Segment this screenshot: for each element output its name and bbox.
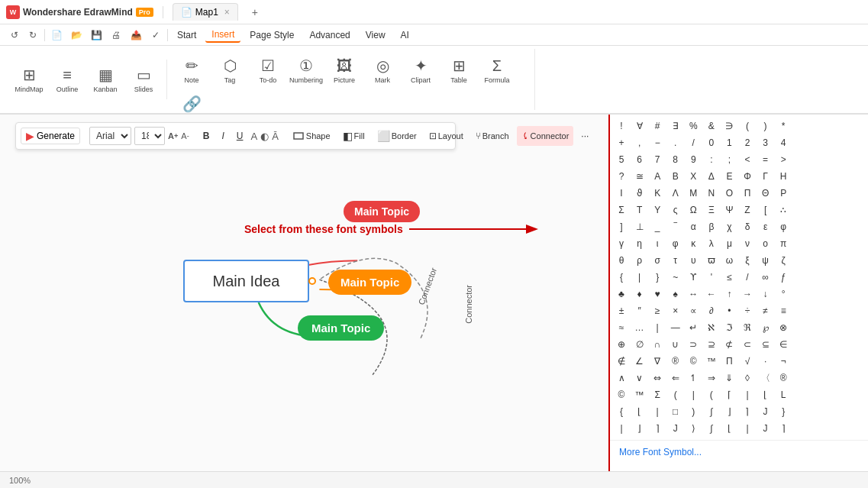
symbol-cell[interactable]: ζ: [775, 252, 792, 269]
symbol-cell[interactable]: ƒ: [775, 269, 792, 286]
symbol-cell[interactable]: ∇: [649, 353, 666, 370]
symbol-cell[interactable]: Γ: [757, 168, 774, 185]
symbol-cell[interactable]: ∩: [649, 336, 666, 353]
symbol-cell[interactable]: Α: [649, 168, 666, 185]
symbol-cell[interactable]: ⊗: [775, 319, 792, 336]
main-idea-box[interactable]: Main Idea: [183, 260, 309, 302]
symbol-cell[interactable]: ℵ: [703, 319, 720, 336]
size-up-button[interactable]: A+: [168, 127, 178, 145]
symbol-cell[interactable]: ⊕: [613, 336, 630, 353]
symbol-cell[interactable]: ≠: [757, 302, 774, 319]
symbol-cell[interactable]: ∪: [667, 336, 684, 353]
symbol-cell[interactable]: ⌋: [721, 403, 737, 420]
symbol-cell[interactable]: ∠: [631, 353, 648, 370]
symbol-cell[interactable]: α: [685, 218, 702, 235]
symbol-cell[interactable]: ∴: [775, 202, 792, 218]
symbol-cell[interactable]: ⌊: [757, 386, 774, 403]
symbol-cell[interactable]: φ: [775, 218, 792, 235]
symbol-cell[interactable]: =: [757, 151, 774, 168]
symbol-cell[interactable]: 0: [703, 134, 720, 151]
symbol-cell[interactable]: σ: [649, 252, 666, 269]
symbol-cell[interactable]: ®: [667, 353, 684, 370]
symbol-cell[interactable]: J: [757, 420, 774, 437]
symbol-cell[interactable]: |: [649, 403, 666, 420]
symbol-cell[interactable]: |: [685, 386, 702, 403]
topic-box-red[interactable]: Main Topic: [344, 201, 420, 222]
symbol-cell[interactable]: Θ: [757, 185, 774, 202]
symbol-cell[interactable]: Ω: [685, 202, 702, 218]
symbol-cell[interactable]: ♣: [613, 286, 630, 302]
symbol-cell[interactable]: ⊃: [685, 336, 702, 353]
symbol-cell[interactable]: Δ: [703, 168, 720, 185]
symbol-cell[interactable]: √: [739, 353, 756, 370]
symbol-cell[interactable]: ⟩: [685, 420, 702, 437]
symbol-cell[interactable]: Ξ: [703, 202, 720, 218]
symbol-cell[interactable]: ω: [721, 252, 737, 269]
symbol-cell[interactable]: 7: [649, 151, 666, 168]
symbol-cell[interactable]: ℑ: [721, 319, 737, 336]
symbol-cell[interactable]: 5: [613, 151, 630, 168]
symbol-cell[interactable]: η: [631, 235, 648, 252]
ribbon-formula[interactable]: Σ Formula: [479, 52, 515, 89]
symbol-cell[interactable]: ″: [631, 302, 648, 319]
symbol-cell[interactable]: □: [667, 403, 684, 420]
symbol-cell[interactable]: ∫: [703, 403, 720, 420]
symbol-cell[interactable]: χ: [721, 218, 737, 235]
symbol-cell[interactable]: ;: [721, 151, 737, 168]
topic-box-green[interactable]: Main Topic: [298, 315, 384, 341]
symbol-cell[interactable]: |: [631, 269, 648, 286]
menu-view[interactable]: View: [360, 28, 392, 42]
ribbon-table[interactable]: ⊞ Table: [440, 52, 477, 89]
symbol-cell[interactable]: π: [775, 235, 792, 252]
symbol-cell[interactable]: φ: [667, 235, 684, 252]
symbol-cell[interactable]: Ο: [721, 185, 737, 202]
ribbon-numbering[interactable]: ① Numbering: [288, 52, 324, 89]
symbol-cell[interactable]: ↵: [685, 319, 702, 336]
symbol-cell[interactable]: ~: [667, 269, 684, 286]
symbol-cell[interactable]: Ψ: [721, 202, 737, 218]
symbol-cell[interactable]: ': [703, 269, 720, 286]
symbol-cell[interactable]: *: [775, 118, 792, 134]
symbol-cell[interactable]: ∀: [631, 118, 648, 134]
symbol-cell[interactable]: Κ: [649, 185, 666, 202]
more-button[interactable]: ···: [576, 126, 593, 146]
symbol-cell[interactable]: −: [649, 134, 666, 151]
symbol-cell[interactable]: Ι: [613, 185, 630, 202]
symbol-cell[interactable]: ϑ: [631, 185, 648, 202]
symbol-cell[interactable]: ?: [613, 168, 630, 185]
symbol-cell[interactable]: ÷: [739, 302, 756, 319]
redo-button[interactable]: ↻: [24, 27, 41, 44]
symbol-cell[interactable]: {: [613, 269, 630, 286]
symbol-cell[interactable]: ]: [613, 218, 630, 235]
symbol-cell[interactable]: ⊆: [757, 336, 774, 353]
symbol-cell[interactable]: [: [757, 202, 774, 218]
new-button[interactable]: 📄: [48, 27, 65, 44]
underline-button[interactable]: U: [232, 126, 248, 146]
symbol-cell[interactable]: ε: [757, 218, 774, 235]
symbol-cell[interactable]: ≈: [613, 319, 630, 336]
symbol-cell[interactable]: ∈: [775, 336, 792, 353]
symbol-cell[interactable]: Β: [667, 168, 684, 185]
symbol-cell[interactable]: ™: [703, 353, 720, 370]
symbol-cell[interactable]: τ: [667, 252, 684, 269]
symbol-cell[interactable]: 〈: [757, 370, 774, 386]
menu-page-style[interactable]: Page Style: [244, 28, 300, 42]
symbol-cell[interactable]: ≡: [775, 302, 792, 319]
symbol-cell[interactable]: •: [721, 302, 737, 319]
ribbon-slides[interactable]: ▭ Slides: [125, 61, 162, 98]
check-button[interactable]: ✓: [147, 27, 164, 44]
symbol-cell[interactable]: Σ: [649, 386, 666, 403]
symbol-cell[interactable]: Λ: [667, 185, 684, 202]
symbol-cell[interactable]: ×: [667, 302, 684, 319]
symbol-cell[interactable]: :: [703, 151, 720, 168]
ribbon-picture[interactable]: 🖼 Picture: [326, 52, 363, 89]
shape-button[interactable]: Shape: [288, 126, 335, 146]
symbol-cell[interactable]: Η: [775, 168, 792, 185]
symbol-cell[interactable]: ν: [739, 235, 756, 252]
border-button[interactable]: ⬜ Border: [373, 126, 421, 146]
connector-button[interactable]: ⤹ Connector: [517, 126, 574, 146]
symbol-cell[interactable]: ∝: [685, 302, 702, 319]
generate-button[interactable]: ▶ Generate: [21, 128, 80, 144]
symbol-cell[interactable]: υ: [685, 252, 702, 269]
symbol-cell[interactable]: Υ: [649, 202, 666, 218]
